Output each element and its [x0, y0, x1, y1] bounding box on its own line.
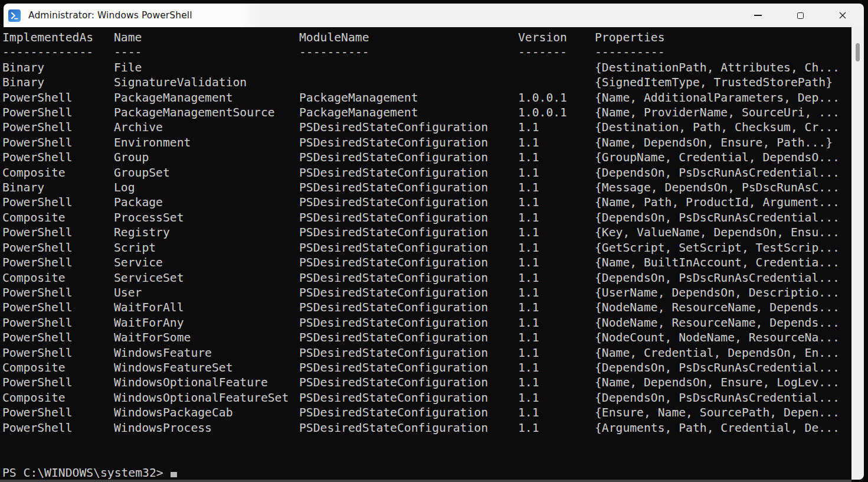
blank-lines [2, 435, 851, 465]
table-row: BinaryFile{DestinationPath, Attributes, … [2, 60, 851, 75]
maximize-icon [797, 12, 804, 19]
prompt-text: PS C:\WINDOWS\system32> [2, 466, 163, 480]
titlebar[interactable]: Administrator: Windows PowerShell [4, 4, 864, 27]
powershell-icon[interactable] [8, 9, 21, 22]
table-row: CompositeWindowsOptionalFeatureSetPSDesi… [2, 390, 851, 405]
close-icon [838, 11, 847, 19]
close-button[interactable] [821, 4, 864, 27]
window-title: Administrator: Windows PowerShell [28, 10, 192, 21]
table-row: PowerShellWaitForAnyPSDesiredStateConfig… [2, 315, 851, 330]
table-header-underline: ----------------------------------------… [2, 45, 851, 60]
table-header: ImplementedAsNameModuleNameVersionProper… [2, 30, 851, 45]
table-row: PowerShellWaitForAllPSDesiredStateConfig… [2, 300, 851, 315]
minimize-button[interactable] [736, 4, 779, 27]
terminal-screen[interactable]: ImplementedAsNameModuleNameVersionProper… [0, 27, 851, 480]
table-row: CompositeWindowsFeatureSetPSDesiredState… [2, 360, 851, 375]
scrollbar-thumb[interactable] [856, 43, 860, 61]
table-row: PowerShellWindowsOptionalFeaturePSDesire… [2, 375, 851, 390]
scrollbar-track[interactable] [851, 27, 864, 480]
table-row: PowerShellPackageManagementSourcePackage… [2, 105, 851, 120]
table-row: CompositeServiceSetPSDesiredStateConfigu… [2, 271, 851, 285]
table-row: PowerShellWindowsProcessPSDesiredStateCo… [2, 421, 851, 435]
window-bottom-border [0, 480, 851, 482]
caption-buttons [736, 4, 864, 27]
table-row: CompositeProcessSetPSDesiredStateConfigu… [2, 210, 851, 225]
table-row: PowerShellRegistryPSDesiredStateConfigur… [2, 225, 851, 240]
table-row: PowerShellEnvironmentPSDesiredStateConfi… [2, 135, 851, 150]
table-row: BinaryLogPSDesiredStateConfiguration1.1{… [2, 180, 851, 195]
table-row: PowerShellServicePSDesiredStateConfigura… [2, 255, 851, 270]
text-cursor [171, 472, 177, 477]
table-row: PowerShellPackagePSDesiredStateConfigura… [2, 195, 851, 210]
table-row: PowerShellGroupPSDesiredStateConfigurati… [2, 150, 851, 165]
table-row: BinarySignatureValidation{SignedItemType… [2, 75, 851, 90]
table-row: PowerShellWindowsPackageCabPSDesiredStat… [2, 405, 851, 420]
table-row: PowerShellPackageManagementPackageManage… [2, 90, 851, 105]
powershell-prompt-glyph [9, 11, 19, 21]
table-row: PowerShellWaitForSomePSDesiredStateConfi… [2, 330, 851, 345]
table-row: PowerShellWindowsFeaturePSDesiredStateCo… [2, 346, 851, 360]
table-row: PowerShellScriptPSDesiredStateConfigurat… [2, 240, 851, 255]
prompt-line: PS C:\WINDOWS\system32> [2, 465, 851, 480]
table-row: CompositeGroupSetPSDesiredStateConfigura… [2, 165, 851, 180]
maximize-button[interactable] [779, 4, 821, 27]
minimize-icon [754, 15, 762, 16]
table-row: PowerShellArchivePSDesiredStateConfigura… [2, 120, 851, 135]
terminal-output: ImplementedAsNameModuleNameVersionProper… [2, 30, 851, 435]
table-row: PowerShellUserPSDesiredStateConfiguratio… [2, 285, 851, 300]
